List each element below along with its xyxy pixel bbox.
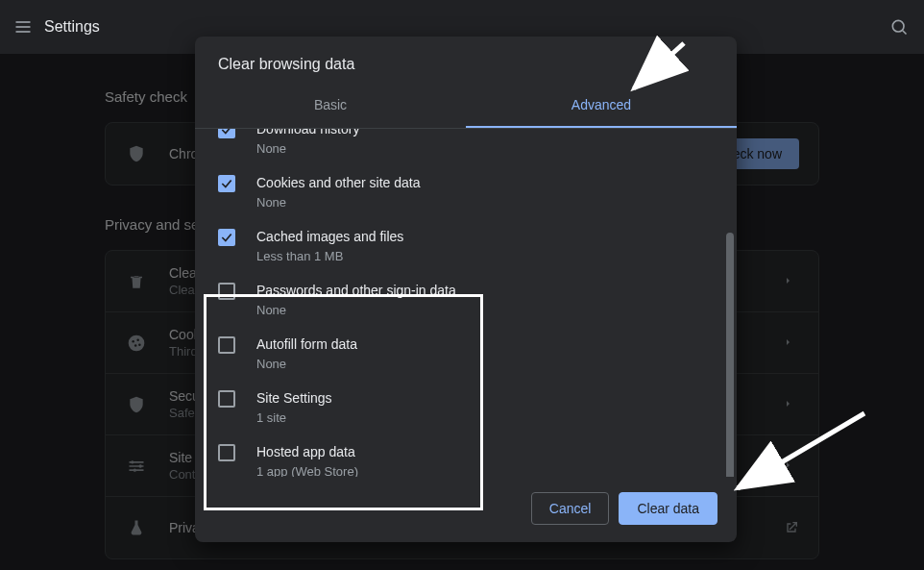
tab-basic[interactable]: Basic — [195, 87, 466, 128]
option-cached[interactable]: Cached images and files Less than 1 MB — [210, 219, 721, 273]
option-label: Autofill form data — [256, 335, 357, 354]
option-download-history[interactable]: Download history None — [210, 129, 721, 165]
dialog-tabs: Basic Advanced — [195, 87, 737, 128]
svg-line-4 — [903, 31, 907, 35]
option-label: Hosted app data — [256, 442, 358, 461]
option-passwords[interactable]: Passwords and other sign-in data None — [210, 273, 721, 327]
checkbox-unchecked[interactable] — [218, 336, 235, 354]
dialog-footer: Cancel Clear data — [195, 477, 737, 542]
scrollbar-thumb[interactable] — [726, 233, 734, 477]
svg-point-3 — [892, 20, 904, 32]
tab-advanced[interactable]: Advanced — [466, 87, 737, 128]
option-label: Cached images and files — [256, 227, 403, 246]
option-sub: None — [256, 140, 359, 158]
option-sub: None — [256, 194, 420, 211]
option-label: Download history — [256, 129, 359, 138]
option-site-settings[interactable]: Site Settings 1 site — [210, 381, 721, 434]
checkbox-checked[interactable] — [218, 175, 235, 192]
option-label: Passwords and other sign-in data — [256, 281, 456, 300]
option-sub: 1 site — [256, 409, 332, 427]
dialog-body: Download history None Cookies and other … — [195, 129, 737, 477]
dialog-title: Clear browsing data — [195, 37, 737, 87]
option-label: Cookies and other site data — [256, 173, 420, 192]
page-title: Settings — [44, 18, 100, 36]
option-cookies[interactable]: Cookies and other site data None — [210, 165, 721, 219]
option-hosted-app[interactable]: Hosted app data 1 app (Web Store) — [210, 434, 721, 477]
clear-browsing-data-dialog: Clear browsing data Basic Advanced Downl… — [195, 37, 737, 542]
checkbox-checked[interactable] — [218, 129, 235, 138]
clear-data-button[interactable]: Clear data — [619, 492, 717, 525]
checkbox-checked[interactable] — [218, 229, 235, 246]
option-autofill[interactable]: Autofill form data None — [210, 327, 721, 381]
option-sub: None — [256, 356, 357, 373]
option-sub: None — [256, 302, 456, 319]
option-sub: 1 app (Web Store) — [256, 463, 358, 477]
checkbox-unchecked[interactable] — [218, 444, 235, 461]
search-icon[interactable] — [882, 10, 916, 44]
checkbox-unchecked[interactable] — [218, 283, 235, 300]
option-sub: Less than 1 MB — [256, 248, 403, 265]
option-label: Site Settings — [256, 388, 332, 408]
checkbox-unchecked[interactable] — [218, 390, 235, 408]
menu-icon[interactable] — [6, 10, 40, 44]
cancel-button[interactable]: Cancel — [531, 492, 610, 525]
